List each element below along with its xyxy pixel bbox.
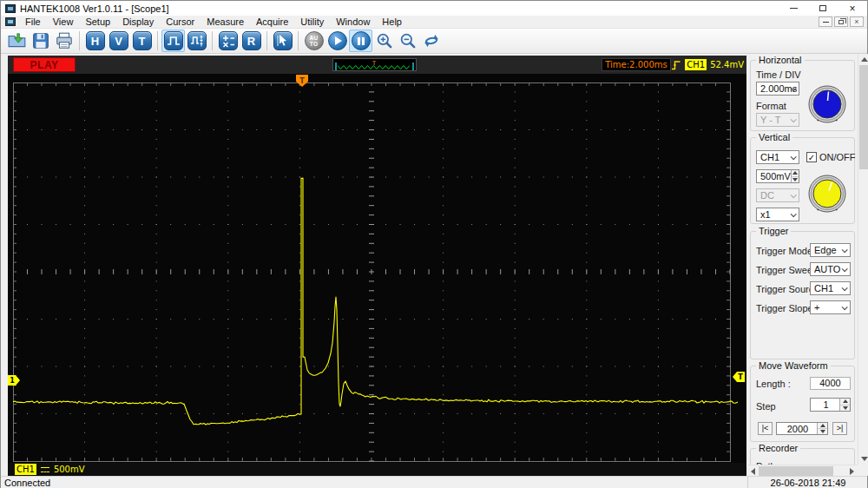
pulse-measure-button[interactable] — [185, 30, 208, 52]
menu-item-cursor[interactable]: Cursor — [160, 16, 201, 28]
scroll-up-icon[interactable] — [858, 54, 868, 65]
channel-select[interactable]: CH1 — [756, 150, 799, 164]
position-stepper[interactable]: 2000 — [776, 422, 828, 435]
step-down-icon[interactable] — [840, 405, 850, 412]
scroll-right-icon[interactable] — [846, 465, 858, 476]
menu-item-help[interactable]: Help — [376, 16, 408, 28]
play-status-button[interactable]: PLAY — [13, 57, 76, 72]
zoom-in-button[interactable] — [372, 30, 396, 52]
chevron-down-icon — [842, 285, 848, 291]
trigger-sweep-select[interactable]: AUTO — [810, 262, 851, 276]
trigger-icon: T — [133, 31, 152, 50]
chevron-down-icon — [842, 304, 848, 310]
menu-item-setup[interactable]: Setup — [79, 16, 116, 28]
mdi-restore-button[interactable] — [834, 16, 848, 27]
print-button[interactable] — [52, 30, 76, 52]
trigger-slope-select[interactable]: + — [810, 300, 851, 314]
horizontal-group-title: Horizontal — [756, 55, 805, 65]
volts-div-stepper[interactable]: 500mV — [756, 169, 799, 183]
autoset-icon: AUTO — [305, 31, 324, 50]
time-div-select[interactable]: 2.000ms — [756, 82, 799, 96]
vertical-icon: V — [109, 31, 128, 50]
vertical-panel-button[interactable]: V — [107, 30, 130, 52]
trigger-sweep-value: AUTO — [814, 264, 840, 274]
menu-item-window[interactable]: Window — [330, 16, 376, 28]
channel-onoff-checkbox[interactable]: ✓ — [806, 152, 817, 162]
coupling-select[interactable]: DC — [756, 188, 799, 202]
pause-icon — [352, 31, 371, 50]
waveform-preview[interactable]: T — [332, 58, 417, 71]
close-button[interactable]: × — [838, 1, 867, 16]
trigger-source-select[interactable]: CH1 — [810, 281, 851, 295]
mdi-minimize-button[interactable] — [819, 16, 832, 27]
menu-item-acquire[interactable]: Acquire — [250, 16, 294, 28]
menu-item-measure[interactable]: Measure — [201, 16, 250, 28]
trigger-group: Trigger Trigger Mode Edge Trigger Sweep … — [750, 231, 855, 359]
zoom-in-icon — [375, 31, 394, 50]
app-icon — [5, 4, 16, 13]
trigger-level-readout: 52.4mV — [710, 60, 744, 69]
length-field: 4000 — [810, 377, 851, 390]
menu-item-view[interactable]: View — [47, 16, 80, 28]
scroll-left-icon[interactable] — [747, 465, 759, 476]
minimize-icon — [790, 8, 798, 9]
trigger-mode-select[interactable]: Edge — [810, 243, 851, 257]
toolbar-separator — [157, 31, 158, 50]
toolbar-separator — [79, 31, 80, 50]
step-value: 1 — [811, 399, 839, 410]
save-button[interactable] — [29, 30, 52, 52]
scroll-down-icon[interactable] — [858, 453, 868, 465]
go-last-button[interactable]: >| — [832, 422, 847, 435]
trigger-slope-value: + — [814, 302, 819, 313]
zoom-out-button[interactable] — [396, 30, 419, 52]
toolbar: H V T R AUTO — [1, 29, 867, 54]
horizontal-scroll-thumb[interactable] — [759, 466, 833, 476]
recorder-button[interactable]: R — [240, 30, 263, 52]
menu-item-utility[interactable]: Utility — [294, 16, 330, 28]
trigger-channel-badge: CH1 — [685, 59, 707, 70]
horizontal-knob[interactable] — [806, 83, 848, 127]
panel-vertical-scrollbar[interactable] — [858, 54, 868, 465]
scope-window-icon[interactable] — [5, 17, 16, 26]
scope-info-bar: PLAY T Time:2.000ms CH1 52.4mV — [8, 56, 746, 74]
probe-select[interactable]: x1 — [756, 208, 799, 221]
panel-horizontal-scrollbar[interactable] — [747, 465, 858, 476]
maximize-button[interactable] — [808, 1, 838, 16]
cursor-measure-button[interactable] — [216, 30, 240, 52]
menu-item-display[interactable]: Display — [116, 16, 160, 28]
step-stepper[interactable]: 1 — [810, 398, 851, 412]
channel-badge[interactable]: CH1 — [15, 464, 36, 475]
self-calibration-button[interactable] — [419, 30, 443, 52]
sync-loop-icon — [422, 31, 441, 50]
format-select[interactable]: Y - T — [756, 113, 799, 127]
edge-trigger-icon — [671, 59, 681, 71]
chevron-down-icon — [791, 116, 797, 122]
chevron-down-icon — [791, 154, 797, 160]
chevron-down-icon — [791, 211, 797, 217]
toolbar-separator — [298, 31, 299, 50]
vertical-scroll-thumb[interactable] — [859, 65, 868, 169]
horizontal-panel-button[interactable]: H — [83, 30, 107, 52]
trigger-readout: CH1 52.4mV — [671, 58, 744, 71]
volts-div-value: 500mV — [757, 171, 791, 181]
step-down-icon[interactable] — [792, 176, 799, 183]
open-button[interactable] — [5, 30, 29, 52]
start-button[interactable] — [326, 30, 349, 52]
toolbar-separator — [212, 31, 213, 50]
default-cursor-button[interactable] — [271, 30, 294, 52]
pulse-mode-button[interactable] — [161, 30, 185, 52]
mdi-close-button[interactable]: × — [850, 16, 864, 27]
step-down-icon[interactable] — [818, 428, 827, 434]
channel-status-bar: CH1 500mV — [8, 463, 746, 476]
vertical-knob[interactable] — [806, 173, 848, 216]
control-panel: Horizontal Time / DIV 2.000ms Format Y -… — [747, 54, 868, 476]
autoset-button[interactable]: AUTO — [302, 30, 326, 52]
recorder-icon: R — [242, 31, 261, 50]
move-waveform-group-title: Move Waveform — [756, 360, 831, 371]
go-first-button[interactable]: |< — [758, 422, 773, 435]
length-label: Length : — [756, 379, 791, 389]
menu-item-file[interactable]: File — [19, 16, 47, 28]
minimize-button[interactable] — [779, 1, 808, 16]
pause-button[interactable] — [349, 30, 372, 52]
trigger-panel-button[interactable]: T — [130, 30, 154, 52]
